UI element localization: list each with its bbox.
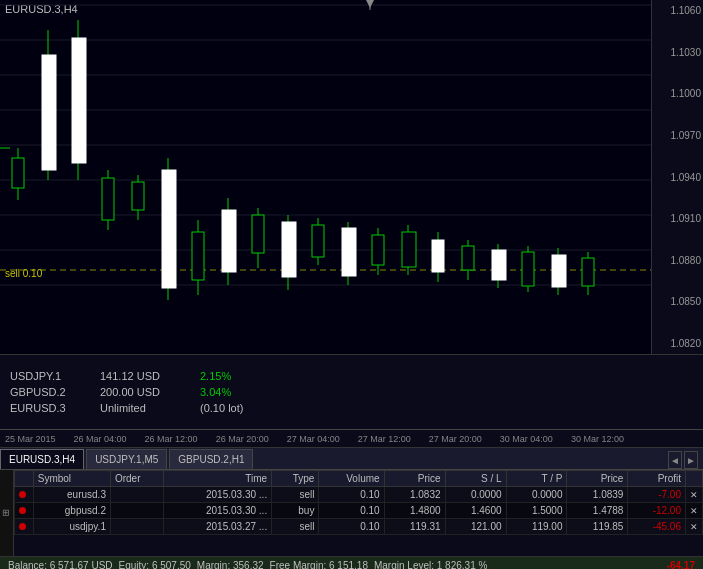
info-row-usdjpy: USDJPY.1 141.12 USD 2.15% (10, 370, 693, 382)
row1-time: 2015.03.30 ... (164, 487, 272, 503)
chart-tab-usdjpy[interactable]: USDJPY.1,M5 (86, 449, 167, 469)
row2-profit: -12.00 (628, 503, 686, 519)
balance-value: 6 571.67 USD (50, 560, 113, 570)
info-extra-eurusd: (0.10 lot) (200, 402, 243, 414)
row2-x[interactable]: ✕ (686, 503, 703, 519)
row1-x[interactable]: ✕ (686, 487, 703, 503)
tab-arrow-right[interactable]: ► (684, 451, 698, 469)
row1-order (110, 487, 163, 503)
row3-volume: 0.10 (319, 519, 384, 535)
info-value-eurusd: Unlimited (100, 402, 200, 414)
svg-rect-37 (402, 232, 416, 267)
svg-rect-21 (162, 170, 176, 288)
price-0940: 1.0940 (654, 172, 701, 183)
info-value-usdjpy: 141.12 USD (100, 370, 200, 382)
col-x (686, 471, 703, 487)
time-tick-0: 25 Mar 2015 (5, 434, 56, 444)
row3-x[interactable]: ✕ (686, 519, 703, 535)
dot-icon (19, 491, 26, 498)
info-symbol-usdjpy: USDJPY.1 (10, 370, 100, 382)
info-symbol-gbpusd: GBPUSD.2 (10, 386, 100, 398)
row1-dot (14, 487, 33, 503)
toolbox-strip: ⊞ (0, 470, 14, 556)
svg-rect-23 (192, 232, 204, 280)
svg-rect-45 (522, 252, 534, 286)
dot-icon (19, 523, 26, 530)
info-panel: USDJPY.1 141.12 USD 2.15% GBPUSD.2 200.0… (0, 355, 703, 430)
time-tick-3: 26 Mar 20:00 (216, 434, 269, 444)
svg-rect-29 (282, 222, 296, 277)
svg-rect-13 (42, 55, 56, 170)
chart-area: EURUSD.3,H4 1.1060 1.1030 1.1000 1.0970 … (0, 0, 703, 355)
trade-table-wrapper: ⊞ Symbol Order Time Type Volume Price S … (0, 470, 703, 556)
svg-rect-19 (132, 182, 144, 210)
row3-profit: -45.06 (628, 519, 686, 535)
tab-arrow-left[interactable]: ◄ (668, 451, 682, 469)
row3-tp: 119.00 (506, 519, 567, 535)
svg-rect-49 (582, 258, 594, 286)
row1-tp: 0.0000 (506, 487, 567, 503)
time-tick-5: 27 Mar 12:00 (358, 434, 411, 444)
price-axis: 1.1060 1.1030 1.1000 1.0970 1.0940 1.091… (651, 0, 703, 354)
col-price: Price (384, 471, 445, 487)
info-pct-gbpusd: 3.04% (200, 386, 231, 398)
sell-label: sell 0.10 (5, 268, 42, 279)
time-tick-1: 26 Mar 04:00 (74, 434, 127, 444)
col-close (14, 471, 33, 487)
row3-price: 119.31 (384, 519, 445, 535)
row3-curprice: 119.85 (567, 519, 628, 535)
row1-volume: 0.10 (319, 487, 384, 503)
trade-table: Symbol Order Time Type Volume Price S / … (14, 470, 703, 535)
time-tick-7: 30 Mar 04:00 (500, 434, 553, 444)
chart-tab-bar: EURUSD.3,H4 USDJPY.1,M5 GBPUSD.2,H1 ◄ ► (0, 448, 703, 470)
margin-label: Margin: (197, 560, 230, 570)
svg-rect-27 (252, 215, 264, 253)
info-row-gbpusd: GBPUSD.2 200.00 USD 3.04% (10, 386, 693, 398)
time-tick-8: 30 Mar 12:00 (571, 434, 624, 444)
svg-marker-51 (366, 0, 374, 8)
row1-sl: 0.0000 (445, 487, 506, 503)
svg-rect-39 (432, 240, 444, 272)
svg-rect-11 (12, 158, 24, 188)
col-curprice: Price (567, 471, 628, 487)
balance-profit: -64.17 (667, 560, 695, 570)
row2-time: 2015.03.30 ... (164, 503, 272, 519)
row1-type: sell (272, 487, 319, 503)
row1-curprice: 1.0839 (567, 487, 628, 503)
free-margin-label: Free Margin: (270, 560, 327, 570)
chart-tab-gbpusd[interactable]: GBPUSD.2,H1 (169, 449, 253, 469)
col-tp: T / P (506, 471, 567, 487)
row2-order (110, 503, 163, 519)
free-margin-value: 6 151.18 (329, 560, 368, 570)
svg-rect-15 (72, 38, 86, 163)
trade-table-container: Symbol Order Time Type Volume Price S / … (14, 470, 703, 556)
col-type: Type (272, 471, 319, 487)
table-row: usdjpy.1 2015.03.27 ... sell 0.10 119.31… (14, 519, 702, 535)
col-symbol: Symbol (33, 471, 110, 487)
col-sl: S / L (445, 471, 506, 487)
price-1030: 1.1030 (654, 47, 701, 58)
price-0910: 1.0910 (654, 213, 701, 224)
candlestick-chart (0, 0, 651, 320)
svg-rect-17 (102, 178, 114, 220)
info-symbol-eurusd: EURUSD.3 (10, 402, 100, 414)
row3-symbol: usdjpy.1 (33, 519, 110, 535)
row2-volume: 0.10 (319, 503, 384, 519)
row1-profit: -7.00 (628, 487, 686, 503)
row3-time: 2015.03.27 ... (164, 519, 272, 535)
row2-dot (14, 503, 33, 519)
col-order: Order (110, 471, 163, 487)
chart-tab-eurusd[interactable]: EURUSD.3,H4 (0, 449, 84, 469)
svg-rect-43 (492, 250, 506, 280)
row2-tp: 1.5000 (506, 503, 567, 519)
dot-icon (19, 507, 26, 514)
row2-type: buy (272, 503, 319, 519)
tab-arrows: ◄ ► (668, 451, 703, 469)
price-1060: 1.1060 (654, 5, 701, 16)
price-0850: 1.0850 (654, 296, 701, 307)
row3-dot (14, 519, 33, 535)
toolbox-strip-label: ⊞ (1, 509, 11, 517)
table-row: eurusd.3 2015.03.30 ... sell 0.10 1.0832… (14, 487, 702, 503)
col-time: Time (164, 471, 272, 487)
balance-bar: Balance: 6 571.67 USD Equity: 6 507.50 M… (0, 556, 703, 569)
